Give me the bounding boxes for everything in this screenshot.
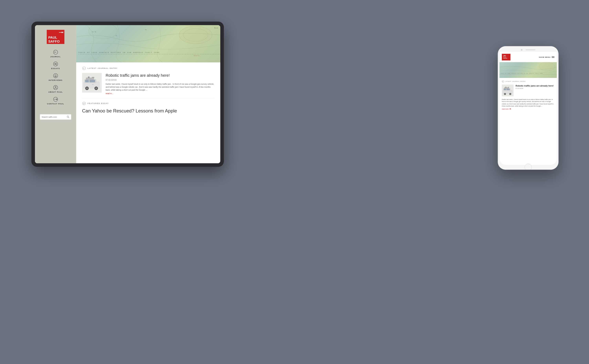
map-decoration: TRACE OF 1906 SURFACE RUPTURE IN SAN AND… [76,25,220,62]
essays-icon [53,61,58,67]
svg-point-35 [86,87,88,89]
nav-essays-label: ESSAYS [51,67,60,70]
article-thumbnail [82,73,102,93]
phone-hero-banner: TRACE OF 1906 SURFACE RUPTURE IN SAN AND… [499,62,557,78]
nav-interviews-label: INTERVIEWS [49,79,63,81]
nav-about-label: ABOUT PAUL [48,91,63,93]
svg-text:TRACE OF 1906 SURFACE RUPTURE : TRACE OF 1906 SURFACE RUPTURE IN SAN AND… [500,73,543,74]
phone-menu-label: SHOW MENU [539,56,550,58]
svg-rect-31 [92,77,94,78]
nav-interviews[interactable]: INTERVIEWS [49,73,63,81]
main-content: TRACE OF 1906 SURFACE RUPTURE IN SAN AND… [76,25,220,163]
featured-section-label: FEATURED ESSAY [88,102,109,104]
phone-latest-section-header: LATEST JOURNAL ENTRY [502,80,555,83]
logo-arrows-icon [59,31,63,33]
svg-point-61 [510,93,511,95]
search-box[interactable] [40,114,71,120]
phone-article-date: 07.02.02016 [516,88,554,89]
phone-speaker [526,49,535,50]
search-input[interactable] [42,116,67,118]
svg-rect-56 [504,89,506,90]
search-icon [67,116,70,118]
nav-contact[interactable]: CONTACT PAUL [47,97,64,105]
phone-device: PAUL SAFFO SHOW MENU TRACE OF [498,46,559,170]
phone-screen: PAUL SAFFO SHOW MENU TRACE OF [499,52,557,165]
phone-header: PAUL SAFFO SHOW MENU [499,52,557,62]
phone-map-decoration: TRACE OF 1906 SURFACE RUPTURE IN SAN AND… [499,62,557,78]
hero-banner: TRACE OF 1906 SURFACE RUPTURE IN SAN AND… [76,25,220,62]
svg-rect-57 [507,89,510,90]
read-more-link[interactable]: read m... [106,92,113,95]
article-excerpt: Earlier last week, I found myself stuck … [106,83,214,91]
journal-section-icon [82,66,86,70]
svg-marker-63 [510,108,511,110]
home-button[interactable] [525,164,532,170]
mic-icon [53,73,58,78]
phone-latest-label: LATEST JOURNAL ENTRY [505,81,526,82]
phone-notch [498,46,558,52]
tablet-device: PAUL SAFFO JOURNAL [31,22,224,167]
svg-line-9 [56,64,57,65]
phone-article-title: Robotic traffic jams are already here! [516,84,554,87]
latest-section-label: LATEST JOURNAL ENTRY [88,67,118,69]
front-camera [521,49,523,51]
svg-point-18 [67,116,69,117]
svg-point-59 [504,93,505,95]
phone-article-thumbnail [502,84,514,96]
phone-content: LATEST JOURNAL ENTRY [499,78,557,165]
about-icon [53,85,58,90]
logo[interactable]: PAUL SAFFO [47,30,64,44]
svg-text:TRACE OF 1906 SURFACE RUPTURE : TRACE OF 1906 SURFACE RUPTURE IN SAN AND… [78,52,160,53]
phone-car-image [502,84,514,96]
content-area: LATEST JOURNAL ENTRY [76,62,220,118]
article-row: Robotic traffic jams are already here! 0… [82,73,214,95]
svg-rect-33 [90,80,95,82]
featured-article-title: Can Yahoo be Rescued? Lessons from Apple [82,108,214,114]
phone-logo-arrows [503,55,506,56]
svg-point-14 [55,86,56,88]
phone-menu-button[interactable]: SHOW MENU [539,56,555,58]
tablet-screen: PAUL SAFFO JOURNAL [35,25,220,163]
svg-point-48 [539,62,555,71]
phone-logo[interactable]: PAUL SAFFO [502,54,510,60]
nav-essays[interactable]: ESSAYS [51,61,60,70]
phone-article-row: Robotic traffic jams are already here! 0… [502,84,555,96]
svg-rect-30 [88,77,90,78]
svg-marker-3 [63,32,63,33]
article-info: Robotic traffic jams are already here! 0… [106,73,214,95]
nav-contact-label: CONTACT PAUL [47,103,64,105]
contact-icon [53,97,58,102]
phone-read-more-link[interactable]: read more [502,108,555,110]
sidebar: PAUL SAFFO JOURNAL [35,25,76,163]
svg-rect-11 [55,75,56,77]
svg-point-37 [95,87,97,89]
hamburger-icon [552,56,555,58]
phone-article-excerpt: Earlier last week, I found myself stuck … [502,98,555,107]
svg-rect-55 [508,87,509,88]
featured-section-header: FEATURED ESSAY [82,101,214,105]
phone-article-info: Robotic traffic jams are already here! 0… [516,84,554,96]
book-icon [53,49,58,55]
car-image [82,73,102,93]
nav-about[interactable]: ABOUT PAUL [48,85,63,93]
latest-section-header: LATEST JOURNAL ENTRY [82,66,214,70]
article-date: 07.02.02016 [106,79,214,81]
nav-journal[interactable]: JOURNAL [50,49,61,58]
phone-journal-icon [502,80,504,83]
phone-arrow-icon [509,108,511,110]
svg-marker-17 [56,98,58,100]
svg-rect-32 [85,80,89,82]
nav-journal-label: JOURNAL [50,56,61,58]
svg-point-39 [82,102,85,105]
article-title: Robotic traffic jams are already here! [106,73,214,78]
essay-section-icon [82,101,86,105]
svg-rect-38 [92,84,94,85]
svg-rect-54 [505,87,506,88]
svg-line-19 [69,117,69,118]
logo-text: PAUL SAFFO [48,36,63,43]
